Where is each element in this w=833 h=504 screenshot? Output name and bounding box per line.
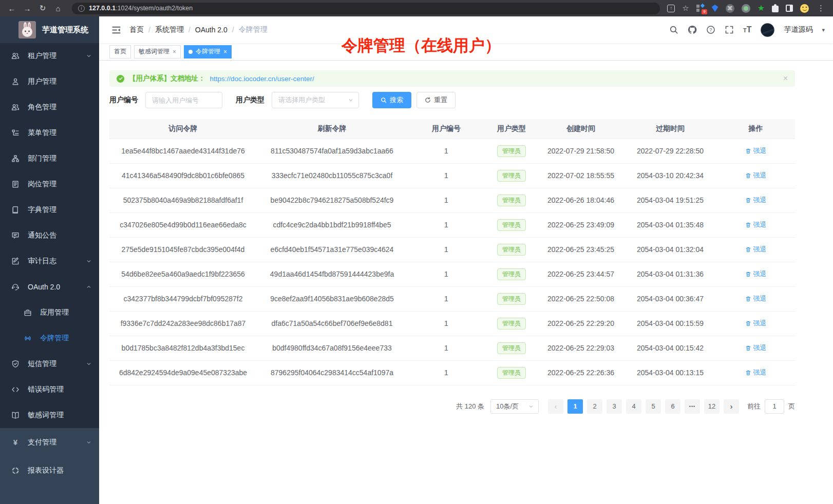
cell-refresh-token: 49d1aa46d1454fbd87591444423be9fa [257, 262, 407, 286]
message-icon [11, 231, 20, 240]
sidebar-item-errcode[interactable]: 错误码管理 [0, 377, 99, 402]
breadcrumb-home[interactable]: 首页 [129, 25, 144, 34]
page-button-5[interactable]: 5 [646, 399, 661, 414]
address-bar[interactable]: i 127.0.0.1:1024/system/oauth2/token [72, 3, 660, 14]
page-button-2[interactable]: 2 [587, 399, 602, 414]
record-extension-icon[interactable] [742, 4, 750, 13]
segmented-circle-icon [11, 467, 20, 475]
green-star-extension-icon[interactable]: ★ [758, 4, 765, 12]
force-logout-button[interactable]: 强退 [745, 171, 767, 180]
bookmark-star-icon[interactable]: ☆ [682, 4, 689, 13]
page-button-3[interactable]: 3 [607, 399, 622, 414]
user-caret-icon[interactable]: ▾ [822, 27, 825, 33]
breadcrumb-system[interactable]: 系统管理 [155, 25, 184, 34]
breadcrumb-oauth[interactable]: OAuth 2.0 [195, 26, 228, 34]
side-panel-icon[interactable] [786, 5, 793, 12]
force-logout-button[interactable]: 强退 [745, 269, 767, 279]
cell-refresh-token: 811c530487574fa0af1a59d3abc1aa66 [257, 139, 407, 163]
sidebar-collapse-icon[interactable] [111, 25, 121, 35]
doc-link[interactable]: https://doc.iocoder.cn/user-center/ [210, 75, 314, 83]
force-logout-button[interactable]: 强退 [745, 319, 767, 328]
page-size-select[interactable]: 10条/页 [490, 399, 539, 414]
sidebar-item-label: 敏感词管理 [28, 411, 92, 420]
force-logout-button[interactable]: 强退 [745, 245, 767, 254]
sidebar-item-role[interactable]: 角色管理 [0, 94, 99, 120]
gem-extension-icon[interactable] [712, 5, 718, 12]
browser-back-button[interactable]: ← [5, 2, 18, 15]
user-icon [11, 77, 20, 86]
sidebar-item-tenant[interactable]: 租户管理 [0, 43, 99, 69]
help-icon[interactable]: ? [706, 25, 715, 34]
extension-blocks-icon[interactable]: 9 [696, 4, 705, 12]
close-icon[interactable]: × [173, 49, 176, 55]
sidebar-item-oauth[interactable]: OAuth 2.0 [0, 274, 99, 300]
cell-expire-time: 2054-03-04 00:13:15 [624, 360, 716, 385]
search-icon[interactable] [669, 25, 678, 34]
sidebar-item-sensitive-word[interactable]: 敏感词管理 [0, 402, 99, 428]
profile-avatar-icon[interactable] [800, 4, 809, 13]
browser-home-button[interactable]: ⌂ [51, 2, 65, 15]
user-type-select[interactable]: 请选择用户类型 [272, 92, 359, 108]
fullscreen-icon[interactable] [725, 25, 734, 34]
force-logout-button[interactable]: 强退 [745, 196, 767, 205]
chevron-down-icon [528, 403, 534, 410]
reset-button[interactable]: 重置 [416, 92, 456, 108]
sidebar-item-dict[interactable]: 字典管理 [0, 197, 99, 223]
user-id-input[interactable] [145, 92, 222, 108]
browser-reload-button[interactable]: ↻ [36, 2, 49, 15]
sidebar: 芋道管理系统 租户管理 用户管理 角色管理 菜单管理 部门管理 [0, 16, 99, 504]
page-button-1[interactable]: 1 [567, 399, 583, 414]
search-button[interactable]: 搜索 [372, 92, 411, 108]
github-icon[interactable] [688, 25, 697, 34]
sidebar-item-menu[interactable]: 菜单管理 [0, 120, 99, 146]
page-ellipsis[interactable]: ••• [685, 399, 700, 414]
sidebar-item-notice[interactable]: 通知公告 [0, 223, 99, 248]
alert-close-icon[interactable]: × [783, 74, 788, 83]
font-size-icon[interactable]: TT [743, 25, 752, 34]
page-button-4[interactable]: 4 [626, 399, 641, 414]
cell-expire-time: 2054-03-10 20:42:34 [624, 163, 716, 188]
browser-menu-icon[interactable]: ⋮ [816, 4, 826, 13]
username[interactable]: 芋道源码 [784, 25, 812, 34]
sidebar-item-user[interactable]: 用户管理 [0, 69, 99, 94]
browser-forward-button[interactable]: → [21, 2, 34, 15]
sidebar-item-sms[interactable]: 短信管理 [0, 351, 99, 377]
sidebar-item-oauth-token[interactable]: 令牌管理 [0, 325, 99, 351]
cell-user-type: 管理员 [485, 237, 538, 262]
prev-page-button[interactable]: ‹ [548, 399, 563, 414]
puzzle-extensions-icon[interactable] [772, 6, 779, 12]
chevron-up-icon [86, 284, 92, 290]
site-info-icon[interactable]: i [78, 5, 85, 12]
force-logout-button[interactable]: 强退 [745, 146, 767, 156]
goto-page-input[interactable] [765, 399, 784, 414]
force-logout-button[interactable]: 强退 [745, 220, 767, 229]
sidebar-item-dept[interactable]: 部门管理 [0, 146, 99, 171]
close-icon[interactable]: × [223, 49, 227, 55]
force-logout-button[interactable]: 强退 [745, 294, 767, 303]
browser-toolbar: ← → ↻ ⌂ i 127.0.0.1:1024/system/oauth2/t… [0, 0, 833, 16]
cell-refresh-token: 8796295f04064c2983414cc54af1097a [257, 360, 407, 385]
page-button-12[interactable]: 12 [704, 399, 720, 414]
user-type-badge: 管理员 [497, 268, 526, 280]
sidebar-item-post[interactable]: 岗位管理 [0, 171, 99, 197]
active-dot [188, 50, 193, 54]
command-extension-icon[interactable]: ⌘ [726, 4, 734, 13]
share-icon[interactable]: ↑ [667, 5, 675, 12]
cell-access-token: c347026e805e4d99b0d116eae66eda8c [109, 212, 257, 237]
user-avatar[interactable] [761, 23, 774, 37]
sidebar-item-label: 字典管理 [28, 205, 92, 215]
sidebar-item-oauth-app[interactable]: 应用管理 [0, 300, 99, 325]
next-page-button[interactable]: › [724, 399, 739, 414]
page-button-6[interactable]: 6 [665, 399, 680, 414]
sidebar-item-pay[interactable]: ¥ 支付管理 [0, 428, 99, 456]
sidebar-item-report-designer[interactable]: 报表设计器 [0, 456, 99, 484]
cell-created-time: 2022-07-02 18:55:55 [538, 163, 624, 188]
tab-token-active[interactable]: 令牌管理× [184, 45, 232, 59]
user-type-label: 用户类型 [236, 95, 264, 105]
tab-home[interactable]: 首页 [109, 45, 131, 59]
cell-access-token: 54d6be82ee5a460a9aedc1f9bf223656 [109, 262, 257, 286]
tab-sensitive-word[interactable]: 敏感词管理× [134, 45, 181, 59]
sidebar-item-audit-log[interactable]: 审计日志 [0, 248, 99, 274]
force-logout-button[interactable]: 强退 [745, 368, 767, 377]
force-logout-button[interactable]: 强退 [745, 343, 767, 353]
